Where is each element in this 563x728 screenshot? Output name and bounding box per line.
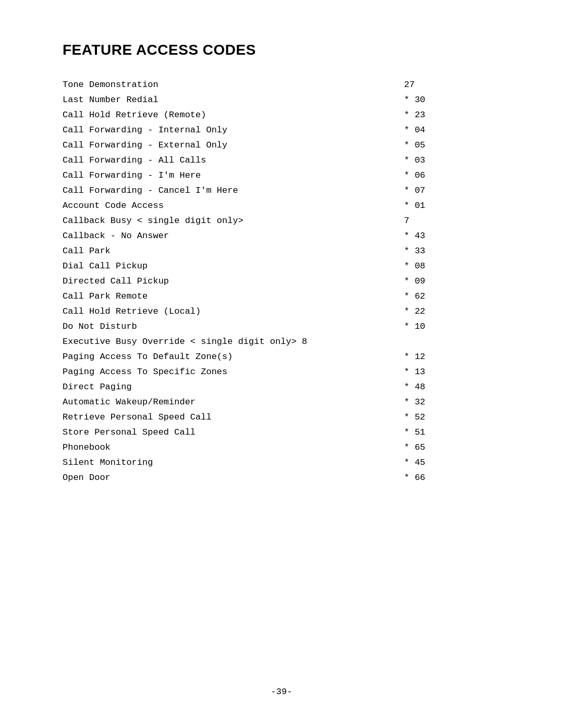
table-row: Direct Paging* 48: [63, 379, 511, 394]
table-row: Open Door* 66: [63, 470, 511, 485]
feature-table: Tone Demonstration27Last Number Redial* …: [63, 77, 511, 485]
feature-label: Executive Busy Override < single digit o…: [63, 334, 399, 349]
feature-label: Call Hold Retrieve (Remote): [63, 107, 399, 122]
feature-label: Direct Paging: [63, 379, 399, 394]
table-row: Call Forwarding - External Only* 05: [63, 138, 511, 153]
table-row: Executive Busy Override < single digit o…: [63, 334, 511, 349]
feature-label: Tone Demonstration: [63, 77, 399, 92]
feature-code: * 08: [399, 258, 511, 274]
table-row: Call Forwarding - All Calls* 03: [63, 153, 511, 168]
table-row: Paging Access To Specific Zones* 13: [63, 364, 511, 379]
table-row: Paging Access To Default Zone(s)* 12: [63, 349, 511, 364]
feature-label: Call Park Remote: [63, 289, 399, 304]
feature-label: Account Code Access: [63, 198, 399, 213]
feature-label: Last Number Redial: [63, 92, 399, 107]
table-row: Automatic Wakeup/Reminder* 32: [63, 394, 511, 410]
feature-code: * 48: [399, 379, 511, 394]
table-row: Call Forwarding - Cancel I'm Here* 07: [63, 183, 511, 198]
feature-label: Callback - No Answer: [63, 228, 399, 243]
feature-code: * 09: [399, 274, 511, 289]
feature-code: * 65: [399, 440, 511, 455]
table-row: Call Park Remote* 62: [63, 289, 511, 304]
feature-code: * 10: [399, 319, 511, 334]
feature-code: * 12: [399, 349, 511, 364]
table-row: Call Hold Retrieve (Local)* 22: [63, 304, 511, 319]
feature-code: * 05: [399, 138, 511, 153]
feature-label: Automatic Wakeup/Reminder: [63, 394, 399, 410]
feature-label: Call Forwarding - External Only: [63, 138, 399, 153]
feature-code: * 30: [399, 92, 511, 107]
table-row: Account Code Access* 01: [63, 198, 511, 213]
feature-code: * 07: [399, 183, 511, 198]
table-row: Last Number Redial* 30: [63, 92, 511, 107]
feature-code: * 03: [399, 153, 511, 168]
feature-label: Call Forwarding - All Calls: [63, 153, 399, 168]
feature-label: Open Door: [63, 470, 399, 485]
feature-label: Dial Call Pickup: [63, 258, 399, 274]
feature-label: Silent Monitoring: [63, 455, 399, 470]
table-row: Callback Busy < single digit only>7: [63, 213, 511, 228]
table-row: Phonebook* 65: [63, 440, 511, 455]
table-row: Callback - No Answer* 43: [63, 228, 511, 243]
feature-code: * 45: [399, 455, 511, 470]
feature-label: Store Personal Speed Call: [63, 425, 399, 440]
table-row: Store Personal Speed Call* 51: [63, 425, 511, 440]
table-row: Call Forwarding - Internal Only* 04: [63, 122, 511, 138]
table-row: Do Not Disturb* 10: [63, 319, 511, 334]
page-title: FEATURE ACCESS CODES: [63, 42, 511, 58]
table-row: Tone Demonstration27: [63, 77, 511, 92]
table-row: Call Forwarding - I'm Here* 06: [63, 168, 511, 183]
table-row: Silent Monitoring* 45: [63, 455, 511, 470]
feature-label: Paging Access To Default Zone(s): [63, 349, 399, 364]
feature-code: * 66: [399, 470, 511, 485]
feature-code: [399, 334, 511, 349]
feature-label: Do Not Disturb: [63, 319, 399, 334]
feature-code: * 51: [399, 425, 511, 440]
table-row: Call Hold Retrieve (Remote)* 23: [63, 107, 511, 122]
feature-label: Call Forwarding - Internal Only: [63, 122, 399, 138]
feature-code: * 23: [399, 107, 511, 122]
feature-code: * 52: [399, 410, 511, 425]
feature-label: Retrieve Personal Speed Call: [63, 410, 399, 425]
feature-code: * 33: [399, 243, 511, 258]
table-row: Dial Call Pickup* 08: [63, 258, 511, 274]
feature-label: Call Hold Retrieve (Local): [63, 304, 399, 319]
feature-label: Callback Busy < single digit only>: [63, 213, 399, 228]
feature-code: * 62: [399, 289, 511, 304]
table-row: Retrieve Personal Speed Call* 52: [63, 410, 511, 425]
feature-code: * 22: [399, 304, 511, 319]
feature-label: Call Forwarding - Cancel I'm Here: [63, 183, 399, 198]
table-row: Call Park* 33: [63, 243, 511, 258]
feature-code: 27: [399, 77, 511, 92]
feature-code: * 32: [399, 394, 511, 410]
feature-code: * 06: [399, 168, 511, 183]
table-row: Directed Call Pickup* 09: [63, 274, 511, 289]
feature-code: * 43: [399, 228, 511, 243]
feature-label: Paging Access To Specific Zones: [63, 364, 399, 379]
feature-label: Phonebook: [63, 440, 399, 455]
page: FEATURE ACCESS CODES Tone Demonstration2…: [0, 0, 563, 728]
feature-code: * 04: [399, 122, 511, 138]
page-number: -39-: [271, 687, 292, 697]
feature-label: Call Park: [63, 243, 399, 258]
feature-code: * 13: [399, 364, 511, 379]
feature-code: 7: [399, 213, 511, 228]
feature-label: Call Forwarding - I'm Here: [63, 168, 399, 183]
feature-label: Directed Call Pickup: [63, 274, 399, 289]
feature-code: * 01: [399, 198, 511, 213]
